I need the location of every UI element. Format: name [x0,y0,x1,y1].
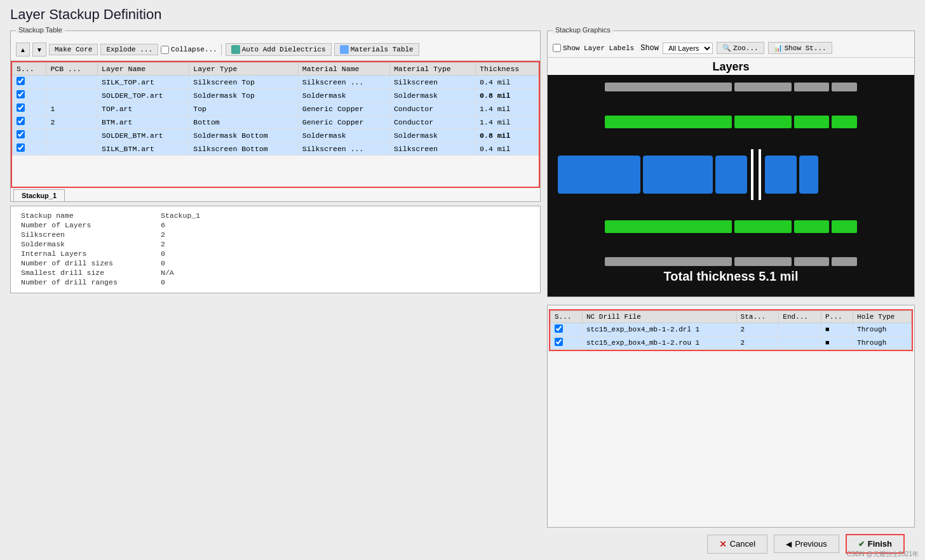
row-layer-type: Soldermask Bottom [189,129,298,142]
row-checkbox-cell[interactable] [13,102,46,116]
row-checkbox[interactable] [17,143,25,152]
table-row[interactable]: SOLDER_BTM.art Soldermask Bottom Solderm… [13,129,539,142]
drill-col-file: NC Drill File [582,311,736,323]
table-row[interactable]: 2 BTM.art Bottom Generic Copper Conducto… [13,116,539,129]
drill-row-checkbox[interactable] [555,324,563,333]
cancel-label: Cancel [730,539,755,549]
col-header-layertype: Layer Type [189,63,298,76]
cancel-button[interactable]: ✕ Cancel [707,535,767,554]
show-layer-labels-text: Show Layer Labels [563,44,634,52]
row-pcb [46,129,98,142]
show-st-button[interactable]: 📊 Show St... [768,42,832,54]
table-row[interactable]: 1 TOP.art Top Generic Copper Conductor 1… [13,102,539,116]
blue-block-5 [799,156,818,194]
row-layer-name: SILK_TOP.art [98,76,189,89]
stackup-table: S... PCB ... Layer Name Layer Type Mater… [12,62,539,156]
previous-label: Previous [795,539,827,549]
materials-table-button[interactable]: Materials Table [334,43,419,56]
previous-button[interactable]: ◀ Previous [774,535,839,553]
row-checkbox[interactable] [17,103,25,112]
explode-button[interactable]: Explode ... [100,44,158,55]
row-checkbox[interactable] [17,117,25,125]
layers-dropdown[interactable]: All Layers [663,43,713,54]
row-checkbox-cell[interactable] [13,76,46,89]
watermark: CSDN @元耀仿生2021年 [846,550,919,559]
drill-row-checkbox[interactable] [555,338,563,346]
blue-row-container [553,152,909,197]
finish-label: Finish [868,539,892,549]
blue-block-3 [715,156,747,194]
blue-block-2 [643,156,713,194]
row-material-type: Soldermask [389,129,475,142]
info-section: Stackup name Stackup_1 Number of Layers … [10,206,541,293]
row-checkbox-cell[interactable] [13,129,46,142]
drill-hole-type: Through [853,337,912,350]
row-layer-type: Silkscreen Bottom [189,142,298,156]
graphics-canvas: Total thickness 5.1 mil [548,75,914,297]
strip-gray-2 [734,83,792,91]
auto-add-button[interactable]: Auto Add Dielectrics [226,43,332,56]
row-layer-name: TOP.art [98,102,189,116]
drill-start: 2 [736,323,779,337]
row-material-name: Soldermask [298,129,389,142]
blue-block-4 [765,156,797,194]
row-material-name: Generic Copper [298,116,389,129]
materials-icon [340,45,349,54]
row-pcb [46,142,98,156]
row-checkbox-cell[interactable] [13,89,46,102]
auto-add-label: Auto Add Dielectrics [242,46,326,53]
strip-green-b-2 [734,220,792,233]
row-material-name: Silkscreen ... [298,142,389,156]
graphics-section-label: Stackup Graphics [553,26,613,34]
info-row-value: 0 [161,278,165,286]
make-core-button[interactable]: Make Core [49,44,98,55]
drill-start: 2 [736,337,779,350]
stackup-table-wrapper[interactable]: S... PCB ... Layer Name Layer Type Mater… [11,61,540,188]
row-pcb [46,89,98,102]
layer-row-3 [548,152,914,197]
collapse-checkbox[interactable] [161,46,169,54]
drill-table-outline: S... NC Drill File Sta... End... P... Ho… [549,309,913,351]
row-checkbox[interactable] [17,77,25,85]
drill-col-holetype: Hole Type [853,311,912,323]
drill-table-row[interactable]: stc15_exp_box4_mb-1-2.drl 1 2 ■ Through [551,323,912,337]
row-checkbox[interactable] [17,90,25,98]
drill-end [779,337,821,350]
strip-green-3 [794,116,829,128]
page-title: Layer Stackup Definition [10,6,915,23]
row-checkbox-cell[interactable] [13,116,46,129]
stackup-graphics-section: Stackup Graphics Show Layer Labels Show … [547,30,915,297]
col-header-s: S... [13,63,46,76]
drill-col-end: End... [779,311,821,323]
row-thickness: 1.4 mil [476,116,539,129]
col-header-pcb: PCB ... [46,63,98,76]
tab-bar: Stackup_1 [11,188,540,201]
strip-green-b-1 [605,220,732,233]
table-row[interactable]: SILK_BTM.art Silkscreen Bottom Silkscree… [13,142,539,156]
left-panel: Stackup Table ▲ ▼ Make Core Explode ... … [10,30,541,528]
drill-table-row[interactable]: stc15_exp_box4_mb-1-2.rou 1 2 ■ Through [551,337,912,350]
row-material-type: Silkscreen [389,76,475,89]
col-header-layername: Layer Name [98,63,189,76]
drill-col-start: Sta... [736,311,779,323]
collapse-checkbox-label[interactable]: Collapse... [161,46,217,54]
row-checkbox-cell[interactable] [13,142,46,156]
right-panel: Stackup Graphics Show Layer Labels Show … [547,30,915,528]
zoom-icon: 🔍 [722,44,731,52]
row-checkbox[interactable] [17,130,25,138]
show-layer-labels-checkbox[interactable] [553,44,561,52]
strip-green-b-3 [794,220,829,233]
table-row[interactable]: SILK_TOP.art Silkscreen Top Silkscreen .… [13,76,539,89]
stackup-tab[interactable]: Stackup_1 [13,189,65,201]
row-layer-type: Soldermask Top [189,89,298,102]
stackup-table-section: Stackup Table ▲ ▼ Make Core Explode ... … [10,30,541,202]
move-up-button[interactable]: ▲ [16,43,30,57]
move-down-button[interactable]: ▼ [32,43,46,57]
drill-checkbox-cell[interactable] [551,323,583,337]
table-row[interactable]: SOLDER_TOP.art Soldermask Top Soldermask… [13,89,539,102]
zoo-button[interactable]: 🔍 Zoo... [717,42,764,54]
info-row-value: 2 [161,240,165,248]
drill-checkbox-cell[interactable] [551,337,583,350]
info-row-value: N/A [161,269,174,277]
show-layer-labels-label[interactable]: Show Layer Labels [553,44,634,52]
